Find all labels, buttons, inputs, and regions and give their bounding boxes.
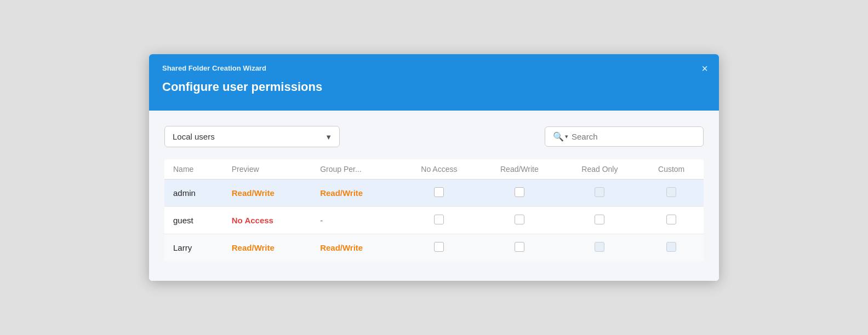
read-write-cell <box>478 207 560 234</box>
col-preview: Preview <box>223 159 311 180</box>
permissions-table: Name Preview Group Per... No Access Read… <box>164 159 704 261</box>
custom-cell <box>639 180 704 207</box>
read-only-cell <box>560 180 639 207</box>
table-row: admin Read/Write Read/Write <box>164 180 704 207</box>
toolbar: Local users Domain users Groups ▼ 🔍 ▾ <box>164 126 704 147</box>
search-dropdown-arrow-icon: ▾ <box>565 133 568 140</box>
custom-cell <box>639 234 704 262</box>
user-name: guest <box>164 207 223 234</box>
user-type-select[interactable]: Local users Domain users Groups <box>164 126 340 147</box>
read-only-checkbox <box>595 187 604 197</box>
wizard-title: Shared Folder Creation Wizard <box>162 64 706 72</box>
search-wrapper: 🔍 ▾ <box>545 126 704 147</box>
user-preview: Read/Write <box>223 234 311 262</box>
no-access-cell <box>399 180 478 207</box>
user-name: admin <box>164 180 223 207</box>
table-body: admin Read/Write Read/Write guest No Acc… <box>164 180 704 262</box>
search-input[interactable] <box>572 132 695 141</box>
user-group-perm: - <box>311 207 399 234</box>
table-header: Name Preview Group Per... No Access Read… <box>164 159 704 180</box>
wizard-subtitle: Configure user permissions <box>162 80 706 94</box>
col-group-perm: Group Per... <box>311 159 399 180</box>
read-write-cell <box>478 180 560 207</box>
user-preview: Read/Write <box>223 180 311 207</box>
read-only-cell <box>560 234 639 262</box>
read-only-cell <box>560 207 639 234</box>
custom-cell <box>639 207 704 234</box>
no-access-cell <box>399 234 478 262</box>
table-row: Larry Read/Write Read/Write <box>164 234 704 262</box>
read-only-checkbox <box>595 242 604 252</box>
col-no-access: No Access <box>399 159 478 180</box>
dialog-header: Shared Folder Creation Wizard Configure … <box>149 54 719 111</box>
no-access-checkbox[interactable] <box>434 215 444 224</box>
col-name: Name <box>164 159 223 180</box>
user-group-perm: Read/Write <box>311 180 399 207</box>
read-write-checkbox[interactable] <box>515 215 524 224</box>
read-write-cell <box>478 234 560 262</box>
no-access-cell <box>399 207 478 234</box>
read-only-checkbox[interactable] <box>595 215 604 224</box>
dialog-body: Local users Domain users Groups ▼ 🔍 ▾ Na… <box>149 111 719 281</box>
read-write-checkbox[interactable] <box>515 242 524 252</box>
user-type-select-wrapper: Local users Domain users Groups ▼ <box>164 126 340 147</box>
user-preview: No Access <box>223 207 311 234</box>
no-access-checkbox[interactable] <box>434 187 444 197</box>
read-write-checkbox[interactable] <box>515 187 524 197</box>
close-button[interactable]: × <box>701 63 708 74</box>
col-read-only: Read Only <box>560 159 639 180</box>
col-read-write: Read/Write <box>478 159 560 180</box>
shared-folder-dialog: Shared Folder Creation Wizard Configure … <box>149 54 719 281</box>
search-icon: 🔍 ▾ <box>553 131 568 142</box>
custom-checkbox <box>666 242 676 252</box>
table-row: guest No Access - <box>164 207 704 234</box>
no-access-checkbox[interactable] <box>434 242 444 252</box>
custom-checkbox <box>666 187 676 197</box>
col-custom: Custom <box>639 159 704 180</box>
user-name: Larry <box>164 234 223 262</box>
custom-checkbox[interactable] <box>666 215 676 224</box>
user-group-perm: Read/Write <box>311 234 399 262</box>
